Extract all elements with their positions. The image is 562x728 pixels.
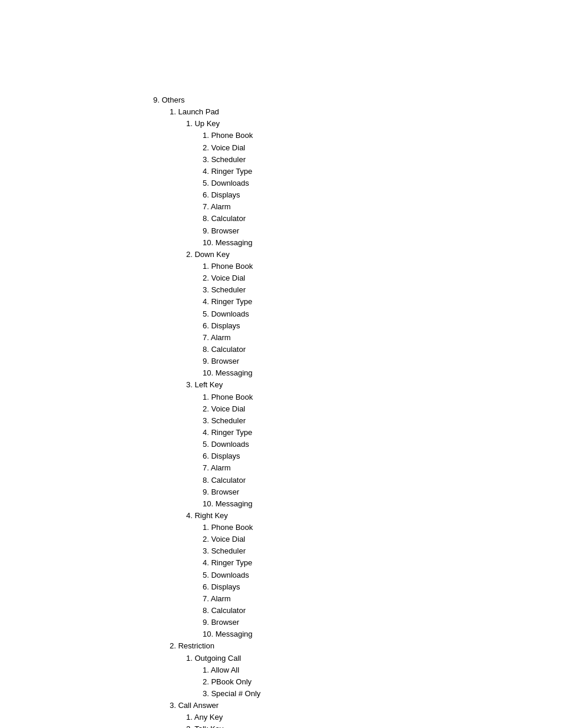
list-item: 2. Talk Key [186,723,562,728]
list-item: 4. Ringer Type [203,166,562,177]
list-item: 4. Ringer Type [203,427,562,439]
list-item: 7. Alarm [203,462,562,474]
list-item: 7. Alarm [203,332,562,344]
others-label: 9. Others [153,95,184,104]
list-item: 2. Voice Dial [203,533,562,545]
list-item: 9. Browser [203,355,562,367]
left-key-items: 1. Phone Book 2. Voice Dial 3. Scheduler… [203,391,562,510]
list-item: 6. Displays [203,189,562,201]
page-content: 9. Others 1. Launch Pad 1. Up Key 1. Pho… [0,0,562,728]
level1-restriction: 2. Restriction [170,640,562,652]
level0-others: 9. Others [153,94,562,106]
launch-pad-label: 1. Launch Pad [170,107,219,116]
list-item: 4. Ringer Type [203,296,562,308]
list-item: 9. Browser [203,225,562,237]
list-item: 1. Any Key [186,711,562,723]
level1-launch-pad: 1. Launch Pad [170,106,562,118]
list-item: 6. Displays [203,581,562,593]
list-item: 3. Scheduler [203,545,562,557]
list-item: 5. Downloads [203,177,562,189]
left-key-label: 3. Left Key [186,380,223,389]
list-item: 3. Scheduler [203,415,562,427]
level2-left-key: 3. Left Key [186,379,562,391]
list-item: 10. Messaging [203,498,562,510]
level2-up-key: 1. Up Key [186,118,562,130]
menu-tree: 9. Others 1. Launch Pad 1. Up Key 1. Pho… [153,94,562,728]
list-item: 8. Calculator [203,475,562,486]
list-item: 1. Phone Book [203,130,562,141]
list-item: 2. Voice Dial [203,272,562,284]
list-item: 10. Messaging [203,367,562,379]
list-item: 8. Calculator [203,605,562,617]
list-item: 7. Alarm [203,201,562,213]
up-key-label: 1. Up Key [186,119,220,128]
list-item: 1. Allow All [203,664,562,676]
list-item: 8. Calculator [203,344,562,355]
list-item: 2. PBook Only [203,676,562,688]
list-item: 6. Displays [203,450,562,462]
list-item: 4. Ringer Type [203,557,562,569]
list-item: 7. Alarm [203,593,562,605]
list-item: 1. Phone Book [203,391,562,403]
list-item: 8. Calculator [203,213,562,225]
right-key-label: 4. Right Key [186,511,228,520]
list-item: 5. Downloads [203,439,562,450]
list-item: 9. Browser [203,486,562,498]
level1-call-answer: 3. Call Answer [170,700,562,711]
up-key-items: 1. Phone Book 2. Voice Dial 3. Scheduler… [203,130,562,248]
level2-down-key: 2. Down Key [186,249,562,261]
call-answer-label: 3. Call Answer [170,701,219,710]
list-item: 5. Downloads [203,569,562,581]
right-key-items: 1. Phone Book 2. Voice Dial 3. Scheduler… [203,522,562,640]
list-item: 10. Messaging [203,237,562,249]
restriction-label: 2. Restriction [170,641,214,650]
list-item: 3. Scheduler [203,154,562,166]
list-item: 1. Phone Book [203,522,562,533]
level2-right-key: 4. Right Key [186,510,562,522]
list-item: 10. Messaging [203,628,562,640]
list-item: 2. Voice Dial [203,142,562,154]
list-item: 3. Special # Only [203,688,562,700]
list-item: 3. Scheduler [203,284,562,296]
list-item: 6. Displays [203,320,562,332]
outgoing-call-items: 1. Allow All 2. PBook Only 3. Special # … [203,664,562,700]
call-answer-items: 1. Any Key 2. Talk Key 3. Flip Open [186,711,562,728]
outgoing-call-label: 1. Outgoing Call [186,654,241,663]
level2-outgoing-call: 1. Outgoing Call [186,653,562,664]
list-item: 9. Browser [203,617,562,628]
down-key-label: 2. Down Key [186,250,230,259]
list-item: 2. Voice Dial [203,403,562,415]
down-key-items: 1. Phone Book 2. Voice Dial 3. Scheduler… [203,261,562,379]
list-item: 1. Phone Book [203,261,562,272]
list-item: 5. Downloads [203,308,562,320]
